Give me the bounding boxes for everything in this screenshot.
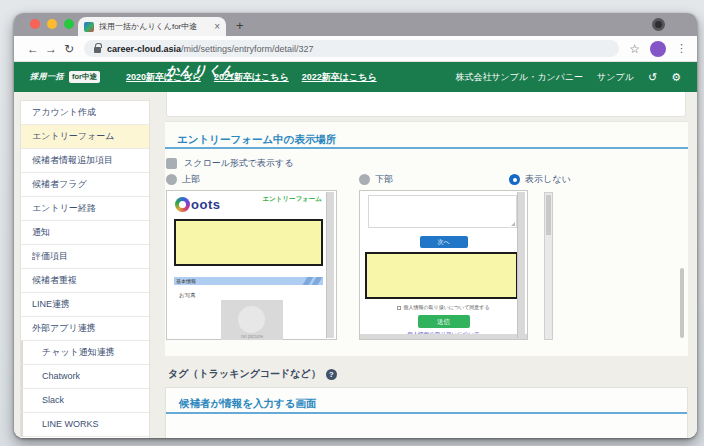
sidebar-item-candidate-flag[interactable]: 候補者フラグ	[21, 173, 149, 197]
previous-section-input[interactable]	[166, 92, 686, 117]
radio-top-icon[interactable]	[166, 174, 177, 185]
radio-bottom-icon[interactable]	[359, 174, 370, 185]
browser-window: 採用一括かんりくんfor中途 × + ← → ↻ career-cloud.as…	[14, 13, 697, 438]
sidebar-item-line[interactable]: LINE連携	[21, 293, 149, 317]
preview-textarea	[368, 195, 517, 228]
window-controls	[30, 19, 74, 29]
candidate-input-section: 候補者が情報を入力する画面	[165, 387, 688, 438]
bottom-section-underline	[166, 412, 687, 414]
favicon-icon	[84, 22, 94, 32]
sidebar-item-evaluation[interactable]: 評価項目	[21, 245, 149, 269]
minimize-window-button[interactable]	[47, 19, 57, 29]
logo-badge: for中途	[69, 71, 100, 83]
profile-avatar[interactable]	[650, 41, 666, 57]
radio-option-bottom[interactable]: 下部	[359, 173, 393, 186]
roots-logo-text: oots	[191, 197, 220, 212]
preview-top-position: エントリーフォーム oots 基本情報 お写真 no picture	[166, 190, 337, 340]
preview-agree-label: 個人情報の取り扱いについて同意する	[403, 304, 489, 310]
tab-close-icon[interactable]: ×	[214, 22, 220, 32]
zoom-window-button[interactable]	[64, 19, 74, 29]
radio-bottom-label: 下部	[375, 173, 393, 186]
tab-strip: 採用一括かんりくんfor中途 × +	[14, 13, 697, 36]
url-bar[interactable]: career-cloud.asia/mid/settings/entryform…	[84, 40, 619, 57]
tag-row: タグ（トラッキングコードなど） ?	[168, 367, 337, 381]
page-body: アカウント作成 エントリーフォーム 候補者情報追加項目 候補者フラグ エントリー…	[14, 92, 697, 438]
radio-top-label: 上部	[182, 173, 200, 186]
app-header: 採用一括 かんりくん for中途 2020新卒はこちら 2021新卒はこちら 2…	[14, 62, 697, 92]
settings-sidebar: アカウント作成 エントリーフォーム 候補者情報追加項目 候補者フラグ エントリー…	[20, 100, 150, 438]
sidebar-item-external-apps[interactable]: 外部アプリ連携	[21, 317, 149, 341]
section-title-underline	[165, 147, 688, 149]
forward-icon[interactable]: →	[42, 42, 60, 56]
preview-scroll-strip	[544, 192, 553, 340]
profile-circle-icon[interactable]	[652, 18, 665, 31]
radio-hide-icon[interactable]	[509, 174, 520, 185]
sidebar-item-chat-notify[interactable]: チャット通知連携	[21, 341, 149, 365]
sidebar-item-candidate-extra-fields[interactable]: 候補者情報追加項目	[21, 149, 149, 173]
preview-next-button: 次へ	[420, 236, 468, 248]
preview-scroll-thumb	[546, 195, 551, 235]
roots-logo: oots	[175, 197, 220, 212]
refresh-icon[interactable]: ↻	[60, 42, 78, 56]
new-tab-button[interactable]: +	[236, 17, 244, 34]
radio-option-hide[interactable]: 表示しない	[509, 173, 571, 186]
scroll-format-checkbox[interactable]	[166, 158, 177, 169]
highlight-area-bottom	[365, 252, 518, 299]
logo-main: かんりくん	[166, 62, 689, 92]
sidebar-item-line-works[interactable]: LINE WORKS	[21, 413, 149, 437]
tab-title: 採用一括かんりくんfor中途	[99, 21, 209, 32]
sidebar-item-account-create[interactable]: アカウント作成	[21, 101, 149, 125]
sidebar-item-candidate-duplicate[interactable]: 候補者重複	[21, 269, 149, 293]
url-text: career-cloud.asia/mid/settings/entryform…	[107, 44, 314, 54]
scroll-format-option: スクロール形式で表示する	[166, 157, 293, 170]
help-icon[interactable]: ?	[326, 369, 337, 380]
mini-checkbox-icon	[397, 306, 401, 310]
back-icon[interactable]: ←	[24, 42, 42, 56]
preview-submit-button: 送信	[418, 315, 470, 328]
preview-section-bar-label: 基本情報	[174, 277, 323, 285]
preview-photo-label: お写真	[179, 292, 196, 299]
preview-bottom-position: 次へ 個人情報の取り扱いについて同意する 送信 個人情報の取り扱いについて	[359, 190, 528, 340]
preview-footer-band	[360, 334, 527, 339]
padlock-icon	[94, 47, 101, 53]
sidebar-item-chatwork[interactable]: Chatwork	[21, 365, 149, 389]
bottom-section-title: 候補者が情報を入力する画面	[179, 397, 316, 411]
no-picture-label: no picture	[221, 333, 283, 339]
logo-prefix: 採用一括	[30, 71, 64, 82]
preview-agree-row: 個人情報の取り扱いについて同意する	[360, 304, 527, 310]
sidebar-item-entry-form[interactable]: エントリーフォーム	[21, 125, 149, 149]
preview-section-bar: 基本情報	[174, 277, 323, 285]
resize-handle-icon	[511, 222, 515, 226]
page-scrollbar-thumb[interactable]	[680, 268, 684, 338]
preview-corner-label: エントリーフォーム	[262, 195, 322, 204]
sidebar-item-slack[interactable]: Slack	[21, 389, 149, 413]
browser-menu-icon[interactable]: ⋮	[676, 42, 687, 55]
bookmark-star-icon[interactable]: ☆	[629, 42, 640, 56]
close-window-button[interactable]	[30, 19, 40, 29]
preview-scrollbar	[517, 192, 525, 338]
radio-hide-label: 表示しない	[525, 173, 571, 186]
url-domain: career-cloud.asia	[107, 44, 181, 54]
highlight-area-top	[174, 219, 323, 266]
roots-logo-icon	[175, 197, 190, 212]
section-title: エントリーフォーム中の表示場所	[177, 133, 336, 147]
sidebar-item-notification[interactable]: 通知	[21, 221, 149, 245]
tag-label: タグ（トラッキングコードなど）	[168, 367, 321, 381]
radio-option-top[interactable]: 上部	[166, 173, 200, 186]
browser-tab[interactable]: 採用一括かんりくんfor中途 ×	[78, 17, 226, 36]
photo-placeholder-circle	[238, 306, 265, 333]
photo-placeholder: no picture	[221, 300, 283, 340]
app-logo[interactable]: 採用一括 かんりくん for中途	[30, 71, 100, 83]
preview-scrollbar	[326, 192, 334, 338]
sidebar-item-entry-route[interactable]: エントリー経路	[21, 197, 149, 221]
position-radio-group: 上部 下部 表示しない	[165, 173, 688, 187]
browser-toolbar: ← → ↻ career-cloud.asia/mid/settings/ent…	[14, 36, 697, 62]
url-path: /mid/settings/entryform/detail/327	[181, 44, 314, 54]
scroll-format-label: スクロール形式で表示する	[184, 157, 293, 170]
main-content: エントリーフォーム中の表示場所 スクロール形式で表示する 上部 下部 表示しない	[165, 92, 688, 438]
